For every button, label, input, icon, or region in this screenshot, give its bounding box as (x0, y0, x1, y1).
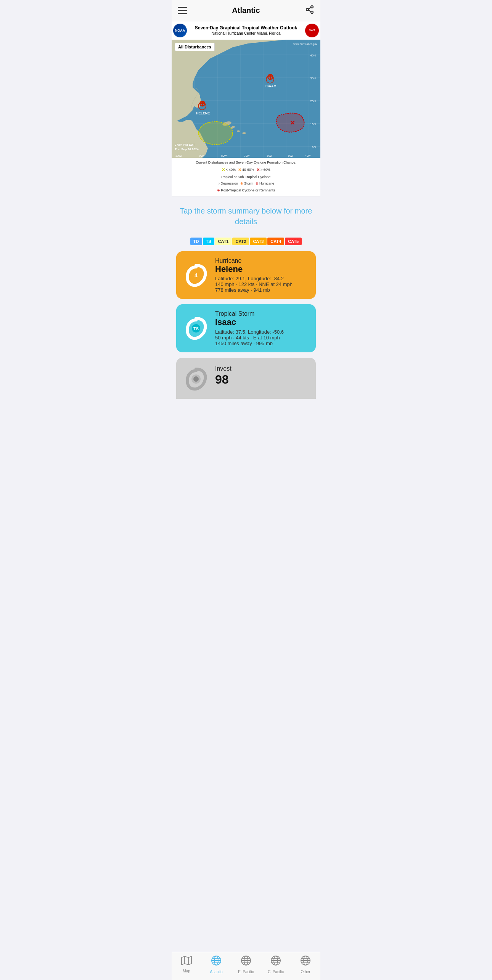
map-subtitle: National Hurricane Center Miami, Florida (187, 31, 305, 36)
invest98-name: 98 (215, 372, 310, 387)
svg-text:HELENE: HELENE (196, 111, 210, 115)
svg-point-53 (193, 376, 199, 382)
svg-text:100W: 100W (175, 154, 183, 157)
svg-text:90W: 90W (199, 154, 205, 157)
helene-type: Hurricane (215, 257, 310, 264)
storm-card-isaac[interactable]: TS Tropical Storm Isaac Latitude: 37.5, … (176, 304, 316, 352)
share-button[interactable] (305, 5, 314, 16)
isaac-distance: 1450 miles away · 995 mb (215, 341, 310, 346)
svg-text:TS: TS (193, 326, 199, 331)
category-bar: TD TS CAT1 CAT2 CAT3 CAT4 CAT5 (172, 235, 320, 251)
helene-speed: 140 mph · 122 kts · NNE at 24 mph (215, 281, 310, 287)
svg-text:07:54 PM EDT: 07:54 PM EDT (175, 143, 195, 146)
svg-line-4 (309, 7, 311, 9)
page-title: Atlantic (232, 6, 260, 15)
weather-map[interactable]: 45N 35N 25N 15N 5N 100W 90W 80W 70W 60W … (172, 40, 320, 158)
svg-text:Thu Sep 26 2024: Thu Sep 26 2024 (175, 148, 199, 151)
isaac-icon: TS (182, 315, 210, 342)
map-svg-wrapper[interactable]: 45N 35N 25N 15N 5N 100W 90W 80W 70W 60W … (172, 40, 320, 158)
map-legend: Current Disturbances and Seven-Day Cyclo… (172, 158, 320, 196)
header: Atlantic (172, 0, 320, 21)
cat-4: CAT4 (267, 238, 284, 245)
isaac-name: Isaac (215, 317, 310, 327)
storm-card-helene[interactable]: 4 Hurricane Helene Latitude: 29.1, Longi… (176, 251, 316, 299)
svg-point-33 (198, 122, 233, 145)
isaac-type: Tropical Storm (215, 310, 310, 317)
svg-text:4: 4 (195, 272, 198, 278)
cat-3: CAT3 (250, 238, 267, 245)
helene-distance: 778 miles away · 941 mb (215, 287, 310, 293)
storm-card-invest98[interactable]: Invest 98 (176, 358, 316, 399)
svg-point-19 (237, 130, 240, 132)
svg-text:40W: 40W (305, 154, 311, 157)
svg-text:⊕: ⊕ (199, 99, 206, 108)
tap-prompt: Tap the storm summary below for more det… (172, 196, 320, 235)
svg-text:ISAAC: ISAAC (265, 84, 277, 88)
svg-point-20 (242, 132, 246, 134)
svg-text:80W: 80W (221, 154, 227, 157)
svg-text:5N: 5N (312, 145, 316, 149)
svg-text:35N: 35N (310, 77, 316, 80)
cat-ts: TS (203, 238, 214, 245)
isaac-speed: 50 mph · 44 kts · E at 10 mph (215, 335, 310, 341)
helene-name: Helene (215, 264, 310, 274)
helene-icon: 4 (182, 262, 210, 289)
invest98-type: Invest (215, 365, 310, 372)
svg-text:45N: 45N (310, 54, 316, 57)
helene-coords: Latitude: 29.1, Longitude: -84.2 (215, 276, 310, 281)
svg-text:70W: 70W (244, 154, 250, 157)
svg-text:60W: 60W (267, 154, 273, 157)
map-title: Seven-Day Graphical Tropical Weather Out… (187, 25, 305, 31)
helene-marker: ⊕ (198, 99, 206, 110)
svg-text:50W: 50W (288, 154, 294, 157)
menu-button[interactable] (178, 7, 187, 14)
cat-1: CAT1 (215, 238, 232, 245)
isaac-marker: ⊕ (266, 72, 274, 83)
nws-logo: NWS (305, 24, 319, 37)
storms-list: 4 Hurricane Helene Latitude: 29.1, Longi… (172, 251, 320, 437)
cat-5: CAT5 (285, 238, 302, 245)
invest98-icon (182, 365, 210, 393)
svg-text:✕: ✕ (290, 120, 295, 126)
cat-td: TD (190, 238, 202, 245)
all-disturbances-badge[interactable]: All Disturbances (175, 43, 215, 51)
isaac-coords: Latitude: 37.5, Longitude: -50.6 (215, 329, 310, 335)
noaa-logo: NOAA (173, 24, 187, 37)
svg-text:25N: 25N (310, 100, 316, 103)
map-header: NOAA Seven-Day Graphical Tropical Weathe… (172, 21, 320, 40)
cat-2: CAT2 (232, 238, 249, 245)
svg-line-3 (309, 10, 311, 11)
svg-text:⊕: ⊕ (267, 72, 273, 82)
svg-text:15N: 15N (310, 122, 316, 126)
svg-text:www.hurricanes.gov: www.hurricanes.gov (293, 43, 317, 46)
